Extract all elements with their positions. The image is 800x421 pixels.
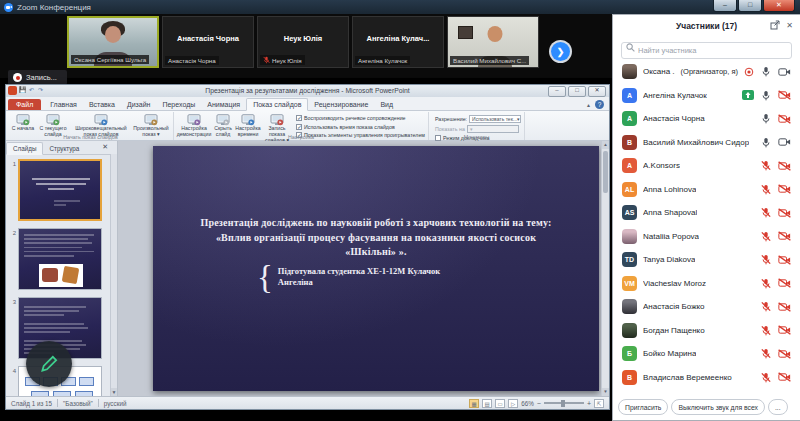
participant-row[interactable]: ААнгеліна Кулачок	[613, 84, 800, 108]
name-label-text: Анастасія Чорна	[168, 57, 216, 64]
ribbon-tab-7[interactable]: Рецензирование	[308, 99, 374, 110]
checkbox-row[interactable]: ✓Использовать время показа слайдов	[296, 124, 425, 130]
slide-title: Презентація досліджень по науковій робот…	[171, 216, 581, 260]
ppt-maximize-button[interactable]: □	[568, 86, 586, 97]
ribbon-tab-5[interactable]: Анимация	[201, 99, 246, 110]
maximize-button[interactable]: □	[738, 0, 762, 12]
scroll-down-icon[interactable]: ▼	[602, 388, 609, 396]
resolution-dropdown[interactable]: Использовать тек...▾	[469, 115, 521, 123]
video-tile[interactable]: Неук ЮліяНеук Юлія	[257, 16, 349, 68]
mic-muted-icon	[761, 231, 771, 242]
search-input[interactable]	[621, 42, 792, 59]
video-tile[interactable]: Анастасія ЧорнаАнастасія Чорна	[162, 16, 254, 68]
participant-row[interactable]: VMViacheslav Moroz	[613, 272, 800, 296]
ribbon-button[interactable]: С начала	[11, 113, 35, 132]
search-box	[621, 39, 792, 59]
tab-slides[interactable]: Слайды	[6, 142, 43, 155]
participant-row[interactable]: ББойко Марина	[613, 342, 800, 366]
invite-button[interactable]: Пригласить	[618, 399, 668, 415]
pane-scrollbar[interactable]: ▼	[110, 154, 117, 396]
ribbon-tab-8[interactable]: Вид	[374, 99, 399, 110]
scroll-down-icon[interactable]: ▼	[111, 388, 117, 396]
normal-view-button[interactable]: ▦	[469, 399, 479, 408]
participants-footer: Пригласить Выключить звук для всех ...	[618, 399, 796, 415]
annotation-tool-button[interactable]	[26, 341, 72, 387]
recording-indicator: Запись...	[8, 70, 67, 85]
camera-off-icon	[778, 278, 791, 288]
help-icon[interactable]: ?	[595, 100, 604, 109]
checkbox-icon[interactable]: ✓	[296, 115, 302, 121]
zoom-in-button[interactable]: +	[587, 400, 591, 407]
pane-close-icon[interactable]: ✕	[102, 143, 108, 151]
language-indicator[interactable]: русский	[104, 400, 127, 407]
participant-row[interactable]: Nataliia Popova	[613, 225, 800, 249]
ppt-close-button[interactable]: ✕	[588, 86, 606, 97]
mic-muted-icon	[761, 372, 771, 383]
minimize-ribbon-icon[interactable]: ▲	[586, 102, 591, 108]
zoom-out-button[interactable]: −	[537, 400, 541, 407]
text-line	[24, 247, 82, 249]
fit-to-window-button[interactable]: ⇱	[594, 399, 604, 408]
avatar-initials: В	[622, 135, 637, 150]
reading-view-button[interactable]: ▭	[495, 399, 505, 408]
checkbox-row[interactable]: ✓Воспроизводить речевое сопровождение	[296, 115, 425, 121]
minimize-button[interactable]: ‒	[713, 0, 737, 12]
editor-scrollbar[interactable]: ▲ ▼	[601, 141, 609, 396]
participant-row[interactable]: Богдан Пащенко	[613, 319, 800, 343]
zoom-meeting-screen: Zoom Конференция ‒ □ ✕ ❯ Оксана Сергіївн…	[0, 0, 800, 421]
slide-author-line: Ангеліна	[278, 277, 440, 289]
avatar-initials: В	[622, 370, 637, 385]
participant-row[interactable]: ALAnna Lohinova	[613, 178, 800, 202]
close-button[interactable]: ✕	[763, 0, 795, 12]
show-on-dropdown: ▾	[467, 125, 519, 133]
participant-row[interactable]: ВВасилий Михайлович Сидор	[613, 131, 800, 155]
ribbon-tab-3[interactable]: Дизайн	[121, 99, 157, 110]
tab-outline[interactable]: Структура	[43, 143, 85, 154]
video-tile[interactable]: Оксана Сергіївна Шульга	[67, 16, 159, 68]
current-slide[interactable]: Презентація досліджень по науковій робот…	[153, 146, 599, 391]
participant-status-icons	[761, 254, 791, 265]
ribbon-tab-6[interactable]: Показ слайдов	[246, 98, 308, 111]
participant-row[interactable]: Анастасія Божко	[613, 295, 800, 319]
scrollbar-thumb[interactable]	[603, 151, 608, 193]
participant-row[interactable]: АA.Konsors	[613, 154, 800, 178]
next-participants-button[interactable]: ❯	[551, 42, 570, 61]
text-line	[24, 251, 94, 253]
ribbon-tab-2[interactable]: Вставка	[83, 99, 121, 110]
participant-row[interactable]: ВВладислав Веремеенко	[613, 366, 800, 390]
participant-row[interactable]: ААнастасія Чорна	[613, 107, 800, 131]
video-tile[interactable]: Василий Михайлович С...	[447, 16, 539, 68]
ppt-minimize-button[interactable]: ‒	[548, 86, 566, 97]
participant-row[interactable]: TDTanya Diakova	[613, 248, 800, 272]
chevron-down-icon: ▾	[517, 116, 520, 122]
mute-all-button[interactable]: Выключить звук для всех	[671, 399, 765, 415]
participant-status-icons	[761, 184, 791, 195]
ribbon-tab-4[interactable]: Переходы	[156, 99, 201, 110]
ribbon-tab-file[interactable]: Файл	[8, 99, 41, 110]
resolution-label: Разрешение:	[435, 116, 467, 122]
more-options-button[interactable]: ...	[768, 399, 788, 415]
sorter-view-button[interactable]: ▤	[482, 399, 492, 408]
mic-muted-icon	[761, 254, 771, 265]
avatar-photo	[622, 323, 637, 338]
slide-thumbnail-1[interactable]	[18, 159, 102, 221]
participant-status-icons	[744, 66, 791, 77]
video-tile[interactable]: Ангеліна Кулач...Ангеліна Кулачок	[352, 16, 444, 68]
avatar-face	[487, 26, 502, 42]
slideshow-view-button[interactable]: ▷	[508, 399, 518, 408]
participant-row[interactable]: Оксана ...(Организатор, я)	[613, 60, 800, 84]
participant-status-icons	[761, 325, 791, 336]
camera-on-icon	[778, 137, 791, 147]
scroll-up-icon[interactable]: ▲	[602, 141, 609, 149]
slide-thumbnail-2[interactable]	[18, 228, 102, 290]
participant-row[interactable]: ASAnna Shapoval	[613, 201, 800, 225]
name-label-text: Неук Юлія	[272, 57, 302, 64]
ribbon-tab-1[interactable]: Главная	[44, 99, 83, 110]
video-strip: ❯ Оксана Сергіївна ШульгаАнастасія Чорна…	[0, 14, 612, 78]
checkbox-icon[interactable]: ✓	[296, 124, 302, 130]
zoom-slider[interactable]	[544, 402, 584, 404]
slide-number: 2	[7, 228, 18, 290]
panel-close-icon[interactable]: ✕	[786, 21, 793, 30]
zoom-slider-thumb[interactable]	[561, 400, 565, 407]
popout-icon[interactable]	[770, 20, 780, 30]
